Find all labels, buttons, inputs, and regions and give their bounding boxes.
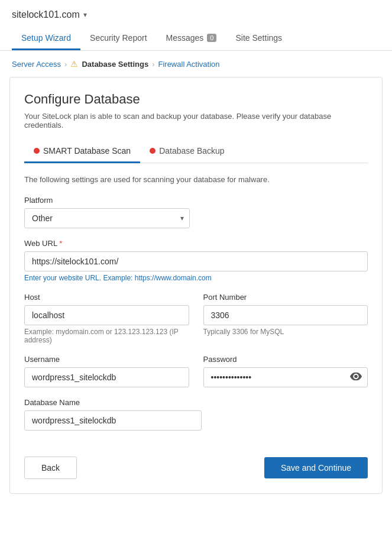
smart-scan-dot	[34, 148, 40, 154]
scan-description: The following settings are used for scan…	[24, 175, 368, 184]
site-chevron-icon: ▾	[83, 11, 87, 19]
card-footer: Back Save and Continue	[24, 447, 368, 479]
breadcrumb-server-access[interactable]: Server Access	[12, 60, 61, 69]
save-continue-button[interactable]: Save and Continue	[264, 457, 368, 478]
host-label: Host	[24, 293, 189, 302]
password-label: Password	[203, 355, 368, 364]
card-subtitle: Your SiteLock plan is able to scan and b…	[24, 112, 368, 130]
site-header: sitelock101.com ▾ Setup Wizard Security …	[0, 0, 392, 51]
tab-setup-wizard[interactable]: Setup Wizard	[12, 27, 80, 50]
nav-tabs: Setup Wizard Security Report Messages 0 …	[12, 27, 380, 50]
platform-select-wrapper: Other WordPress Joomla Drupal Magento ▾	[24, 208, 190, 228]
tab-messages[interactable]: Messages 0	[157, 27, 226, 50]
password-wrapper	[203, 367, 368, 387]
username-password-row: Username Password	[24, 355, 368, 398]
subtab-db-backup[interactable]: Database Backup	[140, 140, 234, 163]
platform-select[interactable]: Other WordPress Joomla Drupal Magento	[24, 208, 190, 228]
password-col: Password	[203, 355, 368, 398]
dbname-group: Database Name	[24, 398, 368, 431]
breadcrumb-sep-1: ›	[64, 60, 67, 69]
port-label: Port Number	[203, 293, 368, 302]
host-hint: Example: mydomain.com or 123.123.123.123…	[24, 328, 189, 344]
platform-label: Platform	[24, 196, 368, 205]
sub-tabs: SMART Database Scan Database Backup	[24, 140, 368, 163]
weburl-input[interactable]	[24, 251, 368, 271]
tab-site-settings[interactable]: Site Settings	[226, 27, 291, 50]
host-col: Host Example: mydomain.com or 123.123.12…	[24, 293, 189, 355]
port-col: Port Number Typically 3306 for MySQL	[203, 293, 368, 355]
weburl-group: Web URL * Enter your website URL. Exampl…	[24, 239, 368, 282]
site-name: sitelock101.com	[12, 9, 80, 20]
dbname-label: Database Name	[24, 398, 368, 407]
back-button[interactable]: Back	[24, 457, 77, 479]
db-backup-dot	[150, 148, 155, 154]
password-group: Password	[203, 355, 368, 387]
dbname-input[interactable]	[24, 410, 202, 431]
breadcrumb: Server Access › ⚠ Database Settings › Fi…	[0, 51, 392, 77]
subtab-smart-scan[interactable]: SMART Database Scan	[24, 140, 140, 163]
password-input[interactable]	[203, 367, 368, 387]
platform-group: Platform Other WordPress Joomla Drupal M…	[24, 196, 368, 228]
host-port-row: Host Example: mydomain.com or 123.123.12…	[24, 293, 368, 355]
username-col: Username	[24, 355, 189, 398]
weburl-required: *	[59, 239, 62, 248]
host-group: Host Example: mydomain.com or 123.123.12…	[24, 293, 189, 344]
messages-badge: 0	[207, 34, 216, 42]
weburl-label: Web URL *	[24, 239, 368, 248]
port-input[interactable]	[203, 305, 368, 325]
username-group: Username	[24, 355, 189, 387]
site-selector[interactable]: sitelock101.com ▾	[12, 9, 380, 20]
main-card: Configure Database Your SiteLock plan is…	[9, 77, 383, 494]
host-input[interactable]	[24, 305, 189, 325]
port-hint: Typically 3306 for MySQL	[203, 328, 368, 336]
eye-icon[interactable]	[350, 371, 362, 384]
breadcrumb-firewall[interactable]: Firewall Activation	[158, 60, 219, 69]
breadcrumb-current: Database Settings	[82, 60, 148, 69]
card-title: Configure Database	[24, 92, 368, 107]
breadcrumb-sep-2: ›	[152, 60, 154, 69]
username-input[interactable]	[24, 367, 189, 387]
tab-security-report[interactable]: Security Report	[80, 27, 156, 50]
username-label: Username	[24, 355, 189, 364]
weburl-hint: Enter your website URL. Example: https:/…	[24, 274, 368, 282]
port-group: Port Number Typically 3306 for MySQL	[203, 293, 368, 336]
warning-icon: ⚠	[70, 59, 78, 69]
